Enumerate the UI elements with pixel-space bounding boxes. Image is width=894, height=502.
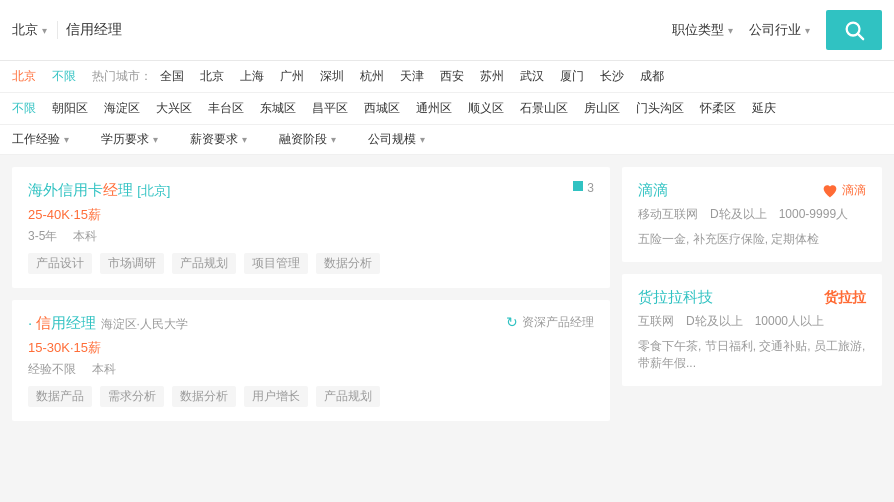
- city-tag-5[interactable]: 杭州: [360, 68, 384, 85]
- city-tag-0[interactable]: 全国: [160, 68, 184, 85]
- company-listings-right: 滴滴 滴滴 移动互联网 D轮及以上 1000-9999人 五险一金, 补充医疗保…: [622, 167, 882, 421]
- job-type-chevron-icon: ▾: [728, 25, 733, 36]
- job-title-2: · 信用经理 海淀区·人民大学: [28, 314, 506, 333]
- job-title-1: 海外信用卡经理 [北京]: [28, 181, 573, 200]
- district-tag-13[interactable]: 怀柔区: [700, 100, 736, 117]
- job-extra-1: 3: [587, 181, 594, 195]
- funding-filter[interactable]: 融资阶段 ▾: [279, 131, 336, 148]
- job-tags-2: 数据产品 需求分析 数据分析 用户增长 产品规划: [28, 386, 594, 407]
- job-type-filter[interactable]: 职位类型 ▾: [672, 21, 733, 39]
- district-tag-7[interactable]: 西城区: [364, 100, 400, 117]
- district-filter-row: 不限 朝阳区 海淀区 大兴区 丰台区 东城区 昌平区 西城区 通州区 顺义区 石…: [0, 93, 894, 125]
- company-huolala-meta: 互联网 D轮及以上 10000人以上: [638, 313, 866, 330]
- city-tag-3[interactable]: 广州: [280, 68, 304, 85]
- filter-group: 职位类型 ▾ 公司行业 ▾: [672, 21, 810, 39]
- edu-filter-chevron-icon: ▾: [153, 134, 158, 145]
- district-all-tag[interactable]: 不限: [12, 100, 36, 117]
- job-tags-1: 产品设计 市场调研 产品规划 项目管理 数据分析: [28, 253, 594, 274]
- job-extra-2: 资深产品经理: [522, 314, 594, 331]
- city-tag-6[interactable]: 天津: [400, 68, 424, 85]
- district-tag-3[interactable]: 大兴区: [156, 100, 192, 117]
- didi-heart-icon: [822, 184, 838, 198]
- job-exp-1: 3-5年: [28, 228, 57, 245]
- job-edu-2: 本科: [92, 361, 116, 378]
- city-tag-12[interactable]: 成都: [640, 68, 664, 85]
- job-tag-2-1: 需求分析: [100, 386, 164, 407]
- city-tag-1[interactable]: 北京: [200, 68, 224, 85]
- job-card-1[interactable]: 海外信用卡经理 [北京] 3 25-40K·15薪 3-5年 本科 产品设计 市…: [12, 167, 610, 288]
- scope-all-tag[interactable]: 不限: [52, 68, 76, 85]
- job-tag-1-4: 数据分析: [316, 253, 380, 274]
- job-meta-2: 经验不限 本科: [28, 361, 594, 378]
- job-edu-1: 本科: [73, 228, 97, 245]
- company-didi-name: 滴滴: [638, 181, 668, 200]
- district-tag-14[interactable]: 延庆: [752, 100, 776, 117]
- city-tag-11[interactable]: 长沙: [600, 68, 624, 85]
- city-tag-4[interactable]: 深圳: [320, 68, 344, 85]
- district-tag-4[interactable]: 丰台区: [208, 100, 244, 117]
- huolala-industry: 互联网: [638, 313, 674, 330]
- city-tag-2[interactable]: 上海: [240, 68, 264, 85]
- didi-size: 1000-9999人: [779, 206, 848, 223]
- district-tag-2[interactable]: 海淀区: [104, 100, 140, 117]
- job-tag-1-2: 产品规划: [172, 253, 236, 274]
- city-label: 北京: [12, 21, 38, 39]
- job-card-2-header: · 信用经理 海淀区·人民大学 ↻ 资深产品经理: [28, 314, 594, 333]
- job-tag-1-0: 产品设计: [28, 253, 92, 274]
- search-icon: [843, 19, 865, 41]
- company-huolala-benefits: 零食下午茶, 节日福利, 交通补贴, 员工旅游, 带薪年假...: [638, 338, 866, 372]
- didi-funding: D轮及以上: [710, 206, 767, 223]
- size-filter-chevron-icon: ▾: [420, 134, 425, 145]
- funding-filter-label: 融资阶段: [279, 131, 327, 148]
- district-tag-6[interactable]: 昌平区: [312, 100, 348, 117]
- city-tag-8[interactable]: 苏州: [480, 68, 504, 85]
- exp-filter[interactable]: 工作经验 ▾: [12, 131, 69, 148]
- district-tag-9[interactable]: 顺义区: [468, 100, 504, 117]
- edu-filter[interactable]: 学历要求 ▾: [101, 131, 158, 148]
- didi-industry: 移动互联网: [638, 206, 698, 223]
- job-exp-2: 经验不限: [28, 361, 76, 378]
- huolala-funding: D轮及以上: [686, 313, 743, 330]
- current-city-tag[interactable]: 北京: [12, 68, 36, 85]
- job-card-2[interactable]: · 信用经理 海淀区·人民大学 ↻ 资深产品经理 15-30K·15薪 经验不限…: [12, 300, 610, 421]
- city-tag-7[interactable]: 西安: [440, 68, 464, 85]
- job-tag-1-1: 市场调研: [100, 253, 164, 274]
- advanced-filter-row: 工作经验 ▾ 学历要求 ▾ 薪资要求 ▾ 融资阶段 ▾ 公司规模 ▾: [0, 125, 894, 155]
- job-tag-2-4: 产品规划: [316, 386, 380, 407]
- company-didi-meta: 移动互联网 D轮及以上 1000-9999人: [638, 206, 866, 223]
- job-tag-2-3: 用户增长: [244, 386, 308, 407]
- huolala-logo: 货拉拉: [824, 289, 866, 307]
- company-badge-1: [573, 181, 583, 191]
- district-tag-11[interactable]: 房山区: [584, 100, 620, 117]
- job-tag-2-2: 数据分析: [172, 386, 236, 407]
- district-tag-10[interactable]: 石景山区: [520, 100, 568, 117]
- company-didi-benefits: 五险一金, 补充医疗保险, 定期体检: [638, 231, 866, 248]
- company-card-didi[interactable]: 滴滴 滴滴 移动互联网 D轮及以上 1000-9999人 五险一金, 补充医疗保…: [622, 167, 882, 262]
- district-tag-5[interactable]: 东城区: [260, 100, 296, 117]
- search-button[interactable]: [826, 10, 882, 50]
- city-selector[interactable]: 北京 ▾: [12, 21, 58, 39]
- salary-filter[interactable]: 薪资要求 ▾: [190, 131, 247, 148]
- district-tag-1[interactable]: 朝阳区: [52, 100, 88, 117]
- didi-logo: 滴滴: [822, 182, 866, 199]
- didi-logo-text: 滴滴: [842, 182, 866, 199]
- industry-filter[interactable]: 公司行业 ▾: [749, 21, 810, 39]
- company-card-huolala[interactable]: 货拉拉科技 货拉拉 互联网 D轮及以上 10000人以上 零食下午茶, 节日福利…: [622, 274, 882, 386]
- city-tag-10[interactable]: 厦门: [560, 68, 584, 85]
- district-tag-12[interactable]: 门头沟区: [636, 100, 684, 117]
- exp-filter-chevron-icon: ▾: [64, 134, 69, 145]
- size-filter[interactable]: 公司规模 ▾: [368, 131, 425, 148]
- district-tag-8[interactable]: 通州区: [416, 100, 452, 117]
- job-salary-1: 25-40K·15薪: [28, 206, 594, 224]
- size-filter-label: 公司规模: [368, 131, 416, 148]
- job-listings-left: 海外信用卡经理 [北京] 3 25-40K·15薪 3-5年 本科 产品设计 市…: [12, 167, 610, 421]
- search-input-wrapper: [66, 22, 664, 38]
- company-huolala-header: 货拉拉科技 货拉拉: [638, 288, 866, 307]
- job-meta-1: 3-5年 本科: [28, 228, 594, 245]
- city-tag-9[interactable]: 武汉: [520, 68, 544, 85]
- listings-area: 海外信用卡经理 [北京] 3 25-40K·15薪 3-5年 本科 产品设计 市…: [0, 155, 894, 433]
- job-tag-1-3: 项目管理: [244, 253, 308, 274]
- search-input[interactable]: [66, 22, 664, 38]
- industry-chevron-icon: ▾: [805, 25, 810, 36]
- job-tag-2-0: 数据产品: [28, 386, 92, 407]
